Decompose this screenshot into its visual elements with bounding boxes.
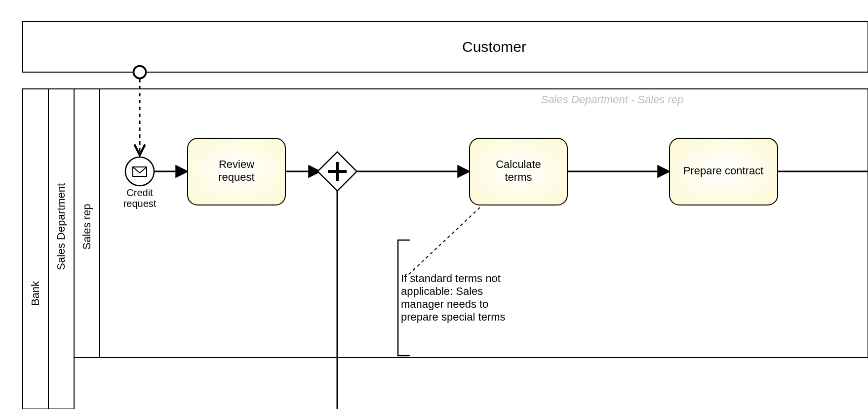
svg-text:Review: Review — [219, 158, 254, 170]
svg-text:prepare special terms: prepare special terms — [401, 311, 506, 323]
task-prepare-contract[interactable]: Prepare contract — [670, 138, 778, 205]
participant-customer[interactable]: Customer — [23, 22, 868, 72]
svg-text:Calculate: Calculate — [496, 158, 541, 170]
sales-rep-label: Sales rep — [80, 204, 93, 250]
lane-caption: Sales Department - Sales rep — [541, 93, 684, 106]
task-calculate-terms[interactable]: Calculate terms — [470, 138, 567, 205]
envelope-icon — [133, 167, 147, 176]
svg-text:applicable: Sales: applicable: Sales — [401, 285, 483, 297]
bank-label: Bank — [29, 281, 41, 306]
svg-text:If standard terms not: If standard terms not — [401, 272, 501, 285]
svg-text:request: request — [218, 171, 254, 183]
svg-text:manager needs to: manager needs to — [401, 298, 488, 310]
sales-dept-label: Sales Department — [55, 183, 67, 270]
svg-rect-2 — [23, 89, 48, 409]
svg-text:Prepare contract: Prepare contract — [683, 164, 764, 177]
bpmn-diagram: Customer Bank Sales Department Sales rep… — [0, 0, 868, 409]
participant-customer-title: Customer — [462, 39, 526, 55]
svg-text:terms: terms — [505, 171, 532, 183]
start-event-label-1: Credit — [126, 187, 153, 198]
svg-rect-1 — [23, 22, 868, 72]
task-review-request[interactable]: Review request — [188, 138, 285, 205]
start-event-label-2: request — [123, 198, 157, 209]
participant-bank[interactable]: Bank Sales Department Sales rep Sales De… — [23, 89, 868, 409]
